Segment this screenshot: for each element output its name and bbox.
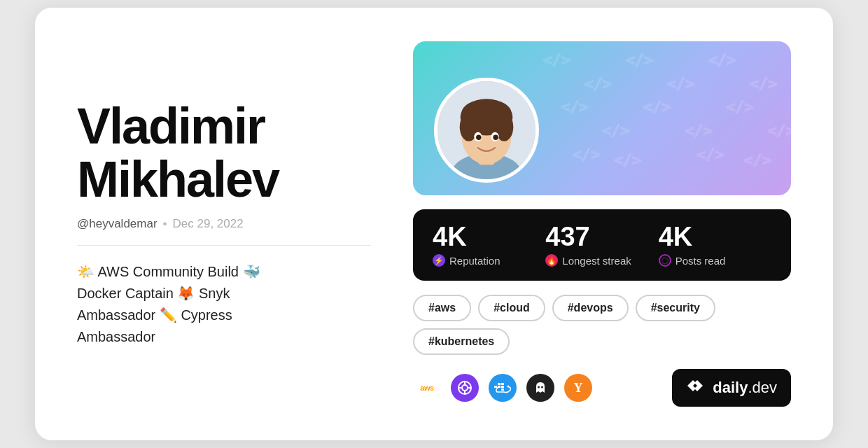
svg-text:</>: </> <box>584 75 612 92</box>
brand-name: daily.dev <box>713 379 777 397</box>
svg-text:</>: </> <box>602 122 630 139</box>
svg-text:</>: </> <box>708 51 736 69</box>
stats-bar: 4K ⚡ Reputation 437 🔥 Longest streak 4K … <box>413 209 791 281</box>
tag-cloud[interactable]: #cloud <box>478 295 545 321</box>
svg-rect-36 <box>501 386 504 388</box>
svg-text:</>: </> <box>685 122 713 139</box>
handle-date-row: @heyvaldemar • Dec 29, 2022 <box>77 217 371 231</box>
left-column: Vladimir Mikhalev @heyvaldemar • Dec 29,… <box>77 100 371 348</box>
svg-text:</>: </> <box>626 51 654 69</box>
divider <box>77 245 371 246</box>
aws-icon[interactable]: aws <box>413 374 441 402</box>
svg-text:</>: </> <box>744 151 772 169</box>
tags-row: #aws #cloud #devops #security #kubernete… <box>413 295 791 355</box>
stat-streak: 437 🔥 Longest streak <box>545 223 658 267</box>
user-bio: 🌤️ AWS Community Build 🐳 Docker Captain … <box>77 261 371 348</box>
avatar-container <box>434 78 539 183</box>
ghost-icon[interactable] <box>526 374 554 402</box>
tag-kubernetes[interactable]: #kubernetes <box>413 328 510 355</box>
svg-text:</>: </> <box>561 98 589 115</box>
svg-text:</>: </> <box>726 98 754 115</box>
streak-label: Longest streak <box>562 255 631 267</box>
svg-text:</>: </> <box>767 122 791 139</box>
svg-text:</>: </> <box>696 146 724 163</box>
reputation-icon: ⚡ <box>433 254 445 267</box>
user-name: Vladimir Mikhalev <box>77 100 371 206</box>
svg-text:</>: </> <box>643 98 671 115</box>
right-column: </> </> </> </> </> </> </> </> </> </> … <box>413 41 791 407</box>
svg-text:</>: </> <box>614 151 642 169</box>
svg-text:</>: </> <box>750 75 778 92</box>
svg-text:</>: </> <box>543 51 571 69</box>
posts-value: 4K <box>659 223 771 250</box>
stat-reputation: 4K ⚡ Reputation <box>433 223 545 267</box>
social-brand-row: aws <box>413 369 791 407</box>
svg-rect-38 <box>501 383 504 385</box>
svg-rect-34 <box>494 386 497 388</box>
svg-rect-37 <box>498 383 500 385</box>
reputation-label: Reputation <box>449 255 500 267</box>
svg-point-42 <box>541 386 543 388</box>
posts-label: Posts read <box>676 255 726 267</box>
avatar-image <box>438 78 536 183</box>
brand-logo: daily.dev <box>672 369 791 407</box>
svg-point-23 <box>462 99 512 125</box>
tag-devops[interactable]: #devops <box>552 295 629 321</box>
svg-point-41 <box>538 386 540 388</box>
user-handle: @heyvaldemar <box>77 217 158 231</box>
streak-icon: 🔥 <box>545 254 558 267</box>
svg-point-29 <box>462 385 468 391</box>
docker-icon[interactable] <box>489 374 517 402</box>
svg-rect-39 <box>501 388 504 391</box>
tag-security[interactable]: #security <box>636 295 715 321</box>
streak-label-row: 🔥 Longest streak <box>545 254 658 267</box>
ycombinator-icon[interactable]: Y <box>564 374 592 402</box>
avatar <box>434 78 539 183</box>
separator-dot: • <box>163 217 167 231</box>
profile-card: Vladimir Mikhalev @heyvaldemar • Dec 29,… <box>35 8 833 440</box>
posts-label-row: ◯ Posts read <box>659 254 771 267</box>
reputation-value: 4K <box>433 223 545 250</box>
social-icons: aws <box>413 374 592 402</box>
posts-icon: ◯ <box>659 254 671 267</box>
stat-posts: 4K ◯ Posts read <box>659 223 771 267</box>
svg-point-26 <box>476 135 481 140</box>
profile-banner: </> </> </> </> </> </> </> </> </> </> … <box>413 41 791 195</box>
join-date: Dec 29, 2022 <box>173 217 244 231</box>
reputation-label-row: ⚡ Reputation <box>433 254 545 267</box>
svg-text:</>: </> <box>667 75 695 92</box>
streak-value: 437 <box>545 223 658 250</box>
crosshair-icon[interactable] <box>451 374 479 402</box>
svg-point-27 <box>493 135 498 140</box>
svg-text:</>: </> <box>573 146 601 163</box>
tag-aws[interactable]: #aws <box>413 295 471 321</box>
dailydev-icon <box>686 377 707 398</box>
svg-point-40 <box>507 386 510 388</box>
